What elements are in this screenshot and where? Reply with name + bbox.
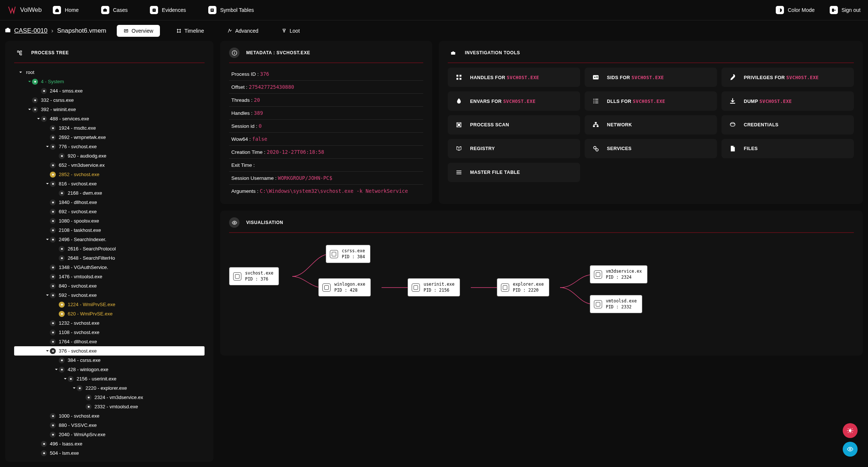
tree-node[interactable]: 816 - svchost.exe: [14, 179, 205, 188]
toolbox-icon: [448, 48, 458, 58]
tree-node[interactable]: 1232 - svchost.exe: [14, 318, 205, 328]
viz-node[interactable]: csrss.exePID : 384: [326, 245, 370, 263]
fab-bug[interactable]: [843, 423, 858, 438]
tab-timeline[interactable]: Timeline: [170, 25, 210, 37]
svg-point-24: [34, 100, 36, 101]
tree-node[interactable]: 2040 - WmiApSrv.exe: [14, 430, 205, 439]
svg-point-36: [52, 211, 54, 213]
tab-loot[interactable]: Loot: [275, 25, 306, 37]
tool-button[interactable]: PROCESS SCAN: [448, 115, 580, 134]
tree-label: 2496 - SearchIndexer.: [59, 237, 106, 242]
tool-button[interactable]: DUMP SVCHOST.EXE: [721, 91, 854, 111]
tab-overview[interactable]: Overview: [117, 25, 160, 37]
tool-button[interactable]: MASTER FILE TABLE: [448, 163, 580, 182]
bug-icon: [50, 348, 56, 354]
tree-node[interactable]: 4 - System: [14, 77, 205, 86]
tool-button[interactable]: SERVICES: [585, 139, 717, 158]
tree-node[interactable]: 1840 - dllhost.exe: [14, 198, 205, 207]
viz-node[interactable]: vmtoolsd.exePID : 2332: [590, 295, 642, 313]
tree-node[interactable]: 1348 - VGAuthService.: [14, 263, 205, 272]
svg-point-32: [52, 174, 54, 176]
viz-node[interactable]: svchost.exePID : 376: [229, 267, 279, 285]
tree-label: 2332 - vmtoolsd.exe: [94, 404, 138, 409]
tree-node[interactable]: 384 - csrss.exe: [14, 356, 205, 365]
meta-key: Exit Time :: [231, 162, 255, 168]
tree-node[interactable]: 920 - audiodg.exe: [14, 151, 205, 160]
tool-button[interactable]: DLLS FOR SVCHOST.EXE: [585, 91, 717, 111]
nav-sign-out[interactable]: Sign out: [830, 6, 861, 14]
tool-button[interactable]: REGISTRY: [448, 139, 580, 158]
tool-button[interactable]: SIDS FOR SVCHOST.EXE: [585, 68, 717, 87]
tree-node[interactable]: 2648 - SearchFilterHo: [14, 253, 205, 263]
tree-node[interactable]: 2168 - dwm.exe: [14, 188, 205, 198]
tree-node[interactable]: 428 - winlogon.exe: [14, 365, 205, 374]
tree-node[interactable]: 620 - WmiPrvSE.exe: [14, 309, 205, 318]
tree-node[interactable]: 376 - svchost.exe: [14, 346, 205, 356]
svg-point-73: [594, 77, 595, 78]
tool-button[interactable]: NETWORK: [585, 115, 717, 134]
tree-node[interactable]: 2496 - SearchIndexer.: [14, 235, 205, 244]
tree-node[interactable]: 652 - vm3dservice.ex: [14, 160, 205, 170]
nav-color-mode[interactable]: Color Mode: [776, 6, 814, 14]
tree-node[interactable]: 2220 - explorer.exe: [14, 383, 205, 393]
nav-label: Sign out: [842, 7, 861, 13]
chip-icon: [233, 272, 241, 280]
brand[interactable]: VolWeb: [7, 6, 42, 14]
nav-symbol-tables[interactable]: Symbol Tables: [208, 6, 254, 14]
tree-node[interactable]: root: [14, 68, 205, 77]
tree-node[interactable]: 2616 - SearchProtocol: [14, 244, 205, 253]
tree-node[interactable]: 840 - svchost.exe: [14, 281, 205, 291]
tree-node[interactable]: 2852 - svchost.exe: [14, 170, 205, 179]
tool-button[interactable]: HANDLES FOR SVCHOST.EXE: [448, 68, 580, 87]
tree-node[interactable]: 1108 - svchost.exe: [14, 328, 205, 337]
viz-node[interactable]: explorer.exePID : 2220: [497, 278, 549, 296]
bug-icon: [32, 107, 38, 113]
tree-node[interactable]: 1000 - svchost.exe: [14, 411, 205, 421]
tree-node[interactable]: 1764 - dllhost.exe: [14, 337, 205, 346]
tree-node[interactable]: 692 - svchost.exe: [14, 207, 205, 216]
tool-label: ENVARS FOR SVCHOST.EXE: [470, 98, 536, 104]
viz-title: VISUALISATION: [246, 220, 283, 225]
tree-node[interactable]: 2692 - wmpnetwk.exe: [14, 133, 205, 142]
svg-rect-67: [452, 51, 454, 52]
tool-button[interactable]: PRIVILEGES FOR SVCHOST.EXE: [721, 68, 854, 87]
tree-node[interactable]: 332 - csrss.exe: [14, 95, 205, 105]
tree-label: 692 - svchost.exe: [59, 209, 97, 214]
tree-node[interactable]: 504 - lsm.exe: [14, 448, 205, 458]
tree-node[interactable]: 1080 - spoolsv.exe: [14, 216, 205, 226]
viz-node[interactable]: vm3dservice.exPID : 2324: [590, 265, 647, 283]
tool-button[interactable]: ENVARS FOR SVCHOST.EXE: [448, 91, 580, 111]
bug-icon: [86, 404, 91, 410]
tree-node[interactable]: 2324 - vm3dservice.ex: [14, 393, 205, 402]
tree-node[interactable]: 880 - VSSVC.exe: [14, 421, 205, 430]
tree-node[interactable]: 488 - services.exe: [14, 114, 205, 123]
tab-advanced[interactable]: Advanced: [221, 25, 265, 37]
breadcrumb-case[interactable]: CASE-0010: [14, 27, 48, 35]
viz-node[interactable]: winlogon.exePID : 428: [318, 278, 371, 296]
viz-node[interactable]: userinit.exePID : 2156: [408, 278, 460, 296]
tree-node[interactable]: 244 - smss.exe: [14, 86, 205, 95]
tree-label: 2156 - userinit.exe: [77, 376, 116, 382]
tree-node[interactable]: 1476 - vmtoolsd.exe: [14, 272, 205, 281]
tree-node[interactable]: 392 - wininit.exe: [14, 105, 205, 114]
tree-node[interactable]: 776 - svchost.exe: [14, 142, 205, 151]
tree-node[interactable]: 2156 - userinit.exe: [14, 374, 205, 383]
tree-label: 1764 - dllhost.exe: [59, 339, 97, 344]
tree-node[interactable]: 496 - lsass.exe: [14, 439, 205, 448]
nav-cases[interactable]: Cases: [101, 6, 128, 14]
svg-point-52: [61, 360, 63, 361]
tree-node[interactable]: 2332 - vmtoolsd.exe: [14, 402, 205, 411]
tree-node[interactable]: 1924 - msdtc.exe: [14, 123, 205, 133]
svg-point-62: [43, 453, 45, 454]
tree-node[interactable]: 2108 - taskhost.exe: [14, 226, 205, 235]
nav-evidences[interactable]: Evidences: [150, 6, 186, 14]
tool-button[interactable]: FILES: [721, 139, 854, 158]
tree-node[interactable]: 592 - svchost.exe: [14, 291, 205, 300]
tab-label: Loot: [290, 28, 300, 34]
tool-button[interactable]: CREDENTIALS: [721, 115, 854, 134]
fab-eye[interactable]: [843, 442, 858, 457]
topbar: VolWeb HomeCasesEvidencesSymbol Tables C…: [0, 0, 868, 20]
bug-icon: [32, 97, 38, 103]
tree-node[interactable]: 1224 - WmiPrvSE.exe: [14, 300, 205, 309]
nav-home[interactable]: Home: [53, 6, 78, 14]
